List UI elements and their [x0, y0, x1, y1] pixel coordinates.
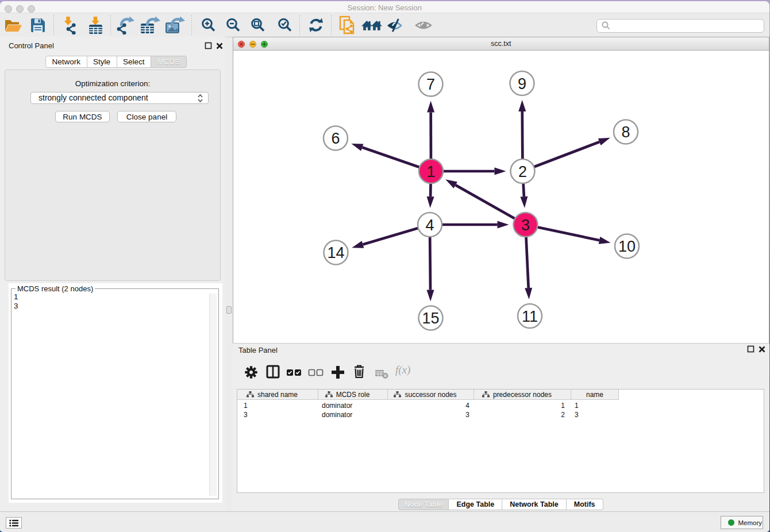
svg-text:7: 7 [426, 76, 435, 93]
svg-text:10: 10 [618, 238, 636, 255]
svg-text:8: 8 [621, 124, 630, 141]
svg-text:14: 14 [327, 244, 344, 261]
svg-text:15: 15 [422, 310, 439, 327]
svg-text:2: 2 [518, 163, 527, 180]
svg-text:6: 6 [331, 130, 340, 147]
svg-text:9: 9 [518, 75, 526, 92]
svg-text:4: 4 [425, 217, 434, 234]
svg-text:11: 11 [522, 308, 538, 325]
svg-text:3: 3 [521, 217, 530, 234]
svg-text:1: 1 [426, 163, 435, 180]
